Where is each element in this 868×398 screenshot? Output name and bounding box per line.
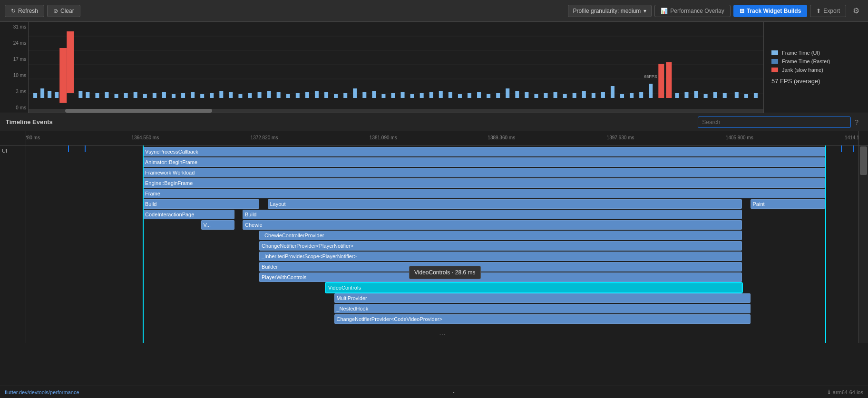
- event-bar-frame[interactable]: Frame: [143, 189, 825, 198]
- event-label-build2: Build: [245, 212, 256, 217]
- event-label-engine: Engine::BeginFrame: [145, 180, 193, 186]
- svg-rect-35: [296, 93, 300, 98]
- event-bar-vsync[interactable]: VsyncProcessCallback: [143, 147, 825, 156]
- bottom-center-dot: •: [79, 389, 828, 395]
- event-row-1: Animator::BeginFrame: [26, 157, 858, 167]
- legend-color-raster: [771, 59, 778, 64]
- event-bar-video-controls[interactable]: VideoControls: [326, 283, 742, 292]
- export-button[interactable]: ⬆ Export: [810, 5, 846, 17]
- svg-rect-56: [496, 93, 500, 98]
- svg-rect-27: [219, 91, 223, 98]
- event-bar-chewie[interactable]: Chewie: [243, 220, 742, 230]
- ui-marker-2: [85, 146, 86, 152]
- svg-rect-54: [477, 92, 481, 98]
- event-row-16: ChangeNotifierProvider<CodeVideoProvider…: [26, 314, 858, 324]
- svg-rect-63: [563, 94, 567, 98]
- main-toolbar: ↻ Refresh ⊘ Clear Profile granularity: m…: [0, 0, 868, 22]
- event-bar-builder[interactable]: Builder: [259, 262, 742, 272]
- settings-button[interactable]: ⚙: [849, 4, 863, 17]
- clear-icon: ⊘: [53, 8, 58, 14]
- performance-overlay-button[interactable]: 📊 Performance Overlay: [654, 5, 730, 17]
- event-bar-nested-hook[interactable]: _NestedHook: [334, 304, 751, 313]
- event-bar-paint[interactable]: Paint: [751, 199, 826, 209]
- refresh-button[interactable]: ↻ Refresh: [5, 5, 44, 17]
- event-bar-build2[interactable]: Build: [243, 210, 742, 219]
- ruler-right-spacer: [858, 131, 868, 145]
- event-bar-v[interactable]: V...: [201, 220, 234, 230]
- event-row-2: Framework Workload: [26, 167, 858, 178]
- legend-label-jank: Jank (slow frame): [782, 67, 823, 73]
- ruler-tick-4: 1389.360 ms: [488, 131, 515, 140]
- event-row-0: VsyncProcessCallback: [26, 146, 858, 157]
- svg-rect-82: [744, 94, 748, 98]
- timeline-scrollbar-thumb[interactable]: [860, 146, 867, 175]
- search-input[interactable]: [698, 117, 850, 127]
- y-label-31: 31 ms: [2, 24, 26, 29]
- event-bar-framework[interactable]: Framework Workload: [143, 168, 825, 177]
- export-icon: ⬆: [816, 8, 821, 14]
- event-label-framework: Framework Workload: [145, 170, 195, 175]
- svg-rect-6: [33, 93, 37, 98]
- scroll-more-indicator: ···: [439, 330, 445, 339]
- event-bar-code-video-provider[interactable]: ChangeNotifierProvider<CodeVideoProvider…: [334, 314, 751, 324]
- svg-rect-39: [334, 94, 338, 98]
- event-bar-animator[interactable]: Animator::BeginFrame: [143, 157, 825, 167]
- event-label-multi-provider: MultiProvider: [337, 295, 367, 301]
- event-bar-change-notifier[interactable]: ChangeNotifierProvider<PlayerNotifier>: [259, 241, 742, 251]
- event-label-code-interaction: CodeInteractionPage: [145, 212, 194, 217]
- svg-rect-66: [592, 93, 595, 98]
- svg-rect-45: [391, 93, 395, 98]
- chart-canvas[interactable]: 65FPS: [29, 22, 763, 113]
- chart-scrollbar-thumb[interactable]: [65, 109, 212, 113]
- fps-average-label: 57 FPS (average): [771, 78, 860, 85]
- event-row-4: Frame: [26, 188, 858, 199]
- event-label-change-notifier: ChangeNotifierProvider<PlayerNotifier>: [262, 243, 353, 249]
- event-row-10: _InheritedProviderScope<PlayerNotifier>: [26, 251, 858, 262]
- event-row-12: PlayerWithControls: [26, 272, 858, 282]
- search-box[interactable]: [698, 116, 851, 128]
- track-widget-builds-button[interactable]: ⊞ Track Widget Builds: [733, 5, 808, 17]
- profile-granularity-label: Profile granularity: medium: [573, 8, 641, 14]
- timeline-content: UI VsyncProcessCallback Animator::BeginF…: [0, 146, 868, 343]
- ruler-tick-5: 1397.630 ms: [607, 131, 634, 140]
- event-bar-chewie-controller[interactable]: _ChewieControllerProvider: [259, 231, 742, 240]
- timeline-events-area[interactable]: VsyncProcessCallback Animator::BeginFram…: [26, 146, 858, 343]
- chart-scrollbar[interactable]: [29, 109, 763, 113]
- chart-legend: Frame Time (UI) Frame Time (Raster) Jank…: [763, 22, 868, 113]
- chart-y-axis: 31 ms 24 ms 17 ms 10 ms 3 ms 0 ms: [0, 22, 29, 113]
- ruler-tick-2: 1372.820 ms: [251, 131, 278, 140]
- svg-rect-42: [362, 92, 366, 98]
- svg-rect-23: [181, 93, 185, 98]
- timeline-scrollbar[interactable]: [858, 146, 868, 343]
- y-label-24: 24 ms: [2, 40, 26, 46]
- event-bar-build[interactable]: Build: [143, 199, 259, 209]
- frame-chart-svg: 65FPS: [29, 22, 763, 107]
- widget-icon: ⊞: [740, 8, 744, 14]
- event-label-video-controls: VideoControls: [328, 285, 361, 291]
- ui-marker-3: [841, 146, 842, 152]
- svg-rect-74: [666, 62, 672, 98]
- chevron-down-icon: ▾: [644, 8, 646, 14]
- selection-bracket-right: [825, 146, 826, 343]
- event-label-nested-hook: _NestedHook: [337, 306, 369, 311]
- svg-rect-31: [258, 92, 262, 98]
- clear-button[interactable]: ⊘ Clear: [47, 5, 80, 17]
- platform-label: arm64-64 ios: [833, 389, 863, 395]
- legend-item-jank: Jank (slow frame): [771, 67, 860, 73]
- event-bar-layout[interactable]: Layout: [268, 199, 742, 209]
- help-icon[interactable]: ?: [851, 116, 862, 128]
- svg-rect-14: [95, 93, 99, 98]
- ruler-track: 1356.280 ms 1364.550 ms 1372.820 ms 1381…: [26, 131, 858, 145]
- svg-rect-68: [611, 86, 614, 98]
- event-bar-player-with-controls[interactable]: PlayerWithControls: [259, 272, 742, 282]
- event-bar-code-interaction[interactable]: CodeInteractionPage: [143, 210, 234, 219]
- event-bar-engine[interactable]: Engine::BeginFrame: [143, 178, 825, 188]
- event-bar-inherited-provider[interactable]: _InheritedProviderScope<PlayerNotifier>: [259, 252, 742, 261]
- devtools-link[interactable]: flutter.dev/devtools/performance: [5, 389, 79, 395]
- ui-track-label: UI: [2, 148, 7, 154]
- svg-rect-47: [410, 94, 414, 98]
- svg-rect-17: [124, 93, 128, 98]
- ruler-tick-3: 1381.090 ms: [370, 131, 397, 140]
- profile-granularity-dropdown[interactable]: Profile granularity: medium ▾: [568, 5, 652, 17]
- event-bar-multi-provider[interactable]: MultiProvider: [334, 293, 751, 303]
